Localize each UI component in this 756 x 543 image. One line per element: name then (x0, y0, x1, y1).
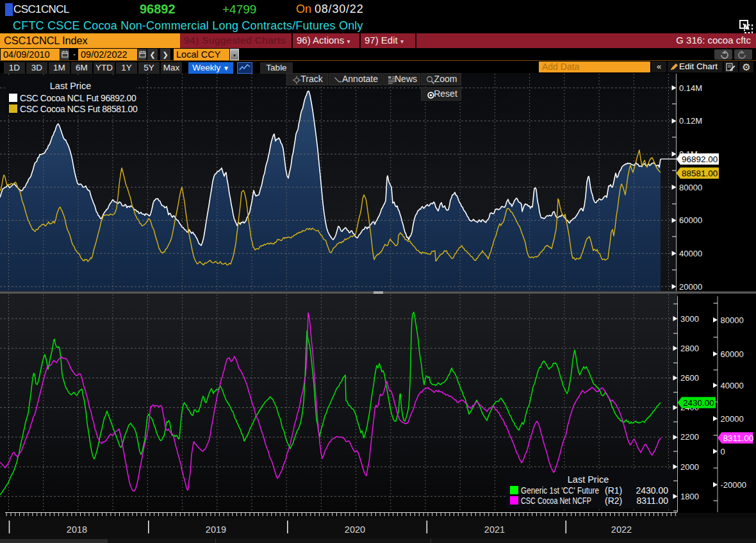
svg-text:0.12M: 0.12M (679, 116, 702, 126)
svg-text:40000: 40000 (721, 381, 744, 390)
svg-text:40000: 40000 (679, 249, 702, 258)
svg-text:2200: 2200 (680, 432, 699, 442)
svg-text:0: 0 (721, 447, 725, 456)
svg-text:20000: 20000 (721, 414, 744, 424)
svg-text:2021: 2021 (484, 524, 505, 535)
svg-text:60000: 60000 (721, 349, 744, 359)
svg-text:20000: 20000 (679, 282, 702, 292)
svg-text:-20000: -20000 (721, 480, 746, 490)
svg-text:2600: 2600 (680, 373, 699, 383)
svg-text:Generic 1st 'CC' Future: Generic 1st 'CC' Future (521, 485, 599, 496)
svg-text:2019: 2019 (206, 524, 226, 535)
svg-text:CSC Cocoa NCS Fut 88581.00: CSC Cocoa NCS Fut 88581.00 (20, 104, 138, 114)
svg-text:80000: 80000 (679, 183, 702, 192)
svg-text:Last Price: Last Price (568, 474, 609, 485)
svg-text:80000: 80000 (721, 315, 744, 325)
svg-text:(R1): (R1) (605, 485, 622, 496)
svg-text:60000: 60000 (679, 215, 702, 225)
svg-text:2800: 2800 (680, 344, 699, 353)
svg-text:1800: 1800 (680, 492, 699, 501)
svg-text:8311.00: 8311.00 (723, 433, 754, 443)
svg-text:2430.00: 2430.00 (683, 398, 714, 408)
svg-text:2430.00: 2430.00 (636, 485, 668, 496)
svg-text:CSC Cocoa NCL Fut 96892.00: CSC Cocoa NCL Fut 96892.00 (20, 93, 136, 103)
svg-text:96892.00: 96892.00 (682, 155, 718, 164)
svg-text:2022: 2022 (611, 524, 632, 535)
svg-text:88581.00: 88581.00 (682, 169, 718, 178)
svg-text:8311.00: 8311.00 (636, 496, 668, 506)
svg-text:2000: 2000 (680, 462, 699, 472)
svg-text:CSC Cocoa Net NCFP: CSC Cocoa Net NCFP (521, 496, 591, 506)
svg-text:Last Price: Last Price (50, 81, 91, 91)
svg-text:2018: 2018 (67, 524, 87, 535)
svg-text:3000: 3000 (680, 314, 699, 324)
svg-text:2020: 2020 (345, 524, 365, 535)
svg-text:(R2): (R2) (605, 496, 622, 506)
svg-text:0.14M: 0.14M (679, 83, 702, 93)
